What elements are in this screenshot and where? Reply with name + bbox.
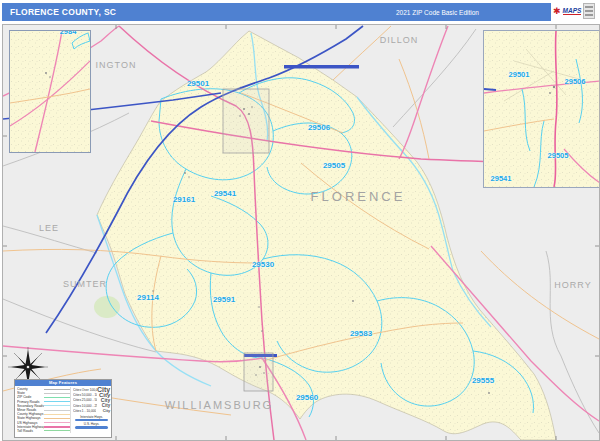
page: FLORENCE COUNTY, SC 2021 ZIP Code Basic … (0, 0, 600, 441)
legend-feature-swatch (44, 405, 70, 406)
inset-nw-canvas (10, 31, 90, 152)
edition-label: 2021 ZIP Code Basic Edition (396, 9, 479, 16)
title-bar: FLORENCE COUNTY, SC 2021 ZIP Code Basic … (2, 3, 551, 21)
legend-feature-swatch (44, 389, 70, 390)
legend-feature-swatch (44, 418, 70, 419)
city-inset-extent-box (223, 89, 269, 153)
logo-brand-text: MAPS (563, 7, 582, 15)
legend-feature-swatch (44, 397, 70, 398)
legend-highway-capsule (75, 426, 108, 429)
legend-city-label: Cities 25,000 - 50,000 (73, 398, 97, 402)
map-title: FLORENCE COUNTY, SC (10, 7, 116, 17)
legend-city-row: Cities 1 - 10,000City (73, 409, 110, 414)
legend-feature-swatch (44, 422, 70, 423)
legend-city-label: Cities Over 100,000 Pop. (73, 388, 97, 392)
publisher-logo: ✱ MAPS (552, 1, 598, 21)
legend-city-sample: City (103, 409, 111, 413)
legend-feature-row: Toll Roads (17, 429, 70, 433)
legend-feature-list: CountyStateZIP CodePrimary RoadsSecondar… (17, 387, 70, 433)
legend-feature-swatch (44, 401, 70, 402)
legend-highway-capsule (75, 419, 108, 422)
legend-highway-row: U.S. Hwys. (73, 422, 110, 429)
legend-feature-swatch (44, 410, 70, 411)
nw-inset-extent-box (244, 353, 273, 391)
legend-city-label: Cities 10,000 - 25,000 (73, 404, 97, 408)
interstate-segment-bar (284, 65, 359, 69)
logo-star-icon: ✱ (553, 7, 561, 16)
legend-feature-swatch (44, 393, 70, 394)
legend-feature-swatch (44, 414, 70, 415)
legend-city-list: Cities Over 100,000 Pop.CityCities 50,00… (70, 387, 110, 433)
inset-nw-corner-zip-label: 2984 (60, 30, 77, 36)
map-viewport: 2950129506295052954129161295302959129114… (2, 24, 600, 441)
legend-highway-row: Interstate Hwys. (73, 415, 110, 422)
legend-feature-swatch (44, 430, 70, 431)
inset-map-florence-city: 29501295062950529541 (483, 30, 600, 188)
map-legend: Map Features CountyStateZIP CodePrimary … (14, 379, 112, 438)
legend-feature-label: Toll Roads (17, 429, 44, 433)
legend-city-label: Cities 50,000 - 100,000 (73, 393, 97, 397)
inset-map-northwest: 2984 (9, 30, 91, 153)
legend-city-label: Cities 1 - 10,000 (73, 409, 96, 413)
logo-edition-stamp (583, 3, 595, 19)
inset-city-canvas (484, 31, 600, 187)
park-area (94, 296, 120, 318)
legend-feature-swatch (44, 426, 70, 428)
